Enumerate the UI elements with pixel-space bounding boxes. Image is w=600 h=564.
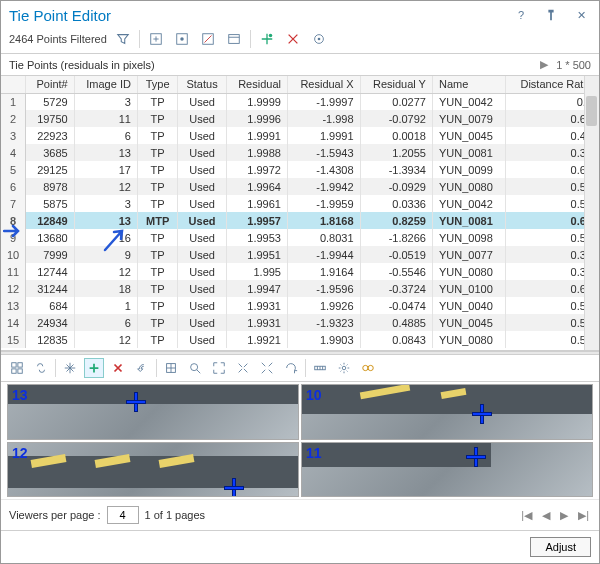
settings-icon[interactable] — [334, 358, 354, 378]
table-row[interactable]: 157293TPUsed1.9999-1.99970.0277YUN_00420… — [1, 93, 599, 110]
cell-name: YUN_0080 — [432, 263, 505, 280]
cell-status: Used — [178, 178, 226, 195]
row-number: 10 — [1, 246, 26, 263]
col-status[interactable]: Status — [178, 76, 226, 93]
tiepoint-marker[interactable] — [466, 447, 486, 467]
cell-residualy: 0.0843 — [360, 331, 432, 348]
grid-icon[interactable] — [7, 358, 27, 378]
col-residualx[interactable]: Residual X — [287, 76, 360, 93]
cell-residual: 1.9972 — [226, 161, 287, 178]
remove-point-icon[interactable] — [283, 29, 303, 49]
table-row[interactable]: 14249346TPUsed1.9931-1.93230.4885YUN_004… — [1, 314, 599, 331]
viewer-label: 10 — [306, 387, 322, 403]
cell-point: 12849 — [26, 212, 74, 229]
cell-type: TP — [137, 93, 177, 110]
cell-point: 8978 — [26, 178, 74, 195]
tool-icon-4[interactable] — [224, 29, 244, 49]
add-tiepoint-icon[interactable] — [84, 358, 104, 378]
row-number: 4 — [1, 144, 26, 161]
col-residual[interactable]: Residual — [226, 76, 287, 93]
cell-status: Used — [178, 212, 226, 229]
cell-residualx: 1.9991 — [287, 127, 360, 144]
svg-point-15 — [342, 366, 346, 370]
page-first-icon[interactable]: |◀ — [519, 509, 534, 522]
table-row[interactable]: 6897812TPUsed1.9964-1.9942-0.0929YUN_008… — [1, 178, 599, 195]
cell-imageid: 3 — [74, 195, 137, 212]
adjust-button[interactable]: Adjust — [530, 537, 591, 557]
table-row[interactable]: 3229236TPUsed1.99911.99910.0018YUN_00450… — [1, 127, 599, 144]
table-row[interactable]: 111274412TPUsed1.9951.9164-0.5546YUN_008… — [1, 263, 599, 280]
vertical-scrollbar[interactable] — [584, 76, 599, 350]
table-row[interactable]: 1079999TPUsed1.9951-1.9944-0.0519YUN_007… — [1, 246, 599, 263]
page-next-icon[interactable]: ▶ — [558, 509, 570, 522]
effects-icon[interactable] — [358, 358, 378, 378]
cell-residualy: -0.3724 — [360, 280, 432, 297]
cell-point: 5729 — [26, 93, 74, 110]
filter-count-label: 2464 Points Filtered — [9, 33, 107, 45]
page-prev-icon[interactable]: ◀ — [540, 509, 552, 522]
link-views-icon[interactable] — [31, 358, 51, 378]
image-viewer[interactable]: 11 — [301, 442, 593, 498]
tiepoint-marker[interactable] — [472, 404, 492, 424]
zoom-out-icon[interactable] — [257, 358, 277, 378]
cell-residualx: -1.9323 — [287, 314, 360, 331]
cell-imageid: 9 — [74, 246, 137, 263]
tool-icon-1[interactable] — [146, 29, 166, 49]
autohide-icon[interactable] — [541, 5, 561, 25]
cell-residualy: -0.0792 — [360, 110, 432, 127]
row-number: 15 — [1, 331, 26, 348]
cell-residual: 1.9921 — [226, 331, 287, 348]
col-residualy[interactable]: Residual Y — [360, 76, 432, 93]
image-viewer[interactable]: 12 — [7, 442, 299, 498]
cell-type: TP — [137, 144, 177, 161]
zoom-fit-icon[interactable] — [161, 358, 181, 378]
row-number: 5 — [1, 161, 26, 178]
image-viewer[interactable]: 13 — [7, 384, 299, 440]
close-icon[interactable]: ✕ — [571, 5, 591, 25]
table-row[interactable]: 91368016TPUsed1.99530.8031-1.8266YUN_009… — [1, 229, 599, 246]
cell-point: 5875 — [26, 195, 74, 212]
col-imageid[interactable]: Image ID — [74, 76, 137, 93]
tie-points-table[interactable]: Point# Image ID Type Status Residual Res… — [1, 75, 599, 351]
delete-tiepoint-icon[interactable] — [108, 358, 128, 378]
refresh-icon[interactable] — [281, 358, 301, 378]
cell-type: TP — [137, 110, 177, 127]
table-row[interactable]: 21975011TPUsed1.9996-1.998-0.0792YUN_007… — [1, 110, 599, 127]
pan-icon[interactable] — [60, 358, 80, 378]
cell-residualy: 0.4885 — [360, 314, 432, 331]
zoom-full-icon[interactable] — [209, 358, 229, 378]
add-point-icon[interactable] — [257, 29, 277, 49]
tiepoint-marker[interactable] — [126, 392, 146, 412]
page-next-icon[interactable]: ▶ — [538, 58, 550, 71]
col-point[interactable]: Point# — [26, 76, 74, 93]
viewer-label: 12 — [12, 445, 28, 461]
tool-icon-3[interactable] — [198, 29, 218, 49]
table-row[interactable]: 136841TPUsed1.99311.9926-0.0474YUN_00400… — [1, 297, 599, 314]
cell-name: YUN_0045 — [432, 314, 505, 331]
col-type[interactable]: Type — [137, 76, 177, 93]
select-point-icon[interactable] — [309, 29, 329, 49]
cell-residual: 1.9931 — [226, 314, 287, 331]
viewers-per-page-input[interactable] — [107, 506, 139, 524]
measure-icon[interactable] — [310, 358, 330, 378]
svg-rect-11 — [18, 369, 22, 373]
table-row[interactable]: 123124418TPUsed1.9947-1.9596-0.3724YUN_0… — [1, 280, 599, 297]
table-row[interactable]: 4368513TPUsed1.9988-1.59431.2055YUN_0081… — [1, 144, 599, 161]
help-icon[interactable]: ? — [511, 5, 531, 25]
image-viewer[interactable]: 10 — [301, 384, 593, 440]
table-row[interactable]: 758753TPUsed1.9961-1.99590.0336YUN_00420… — [1, 195, 599, 212]
col-name[interactable]: Name — [432, 76, 505, 93]
undo-icon[interactable] — [132, 358, 152, 378]
zoom-in-icon[interactable] — [233, 358, 253, 378]
tiepoint-marker[interactable] — [224, 478, 244, 497]
table-row[interactable]: 52912517TPUsed1.9972-1.4308-1.3934YUN_00… — [1, 161, 599, 178]
cell-type: TP — [137, 280, 177, 297]
cell-name: YUN_0080 — [432, 331, 505, 348]
page-last-icon[interactable]: ▶| — [576, 509, 591, 522]
filter-icon[interactable] — [113, 29, 133, 49]
table-row[interactable]: 151283512TPUsed1.99211.99030.0843YUN_008… — [1, 331, 599, 348]
tool-icon-2[interactable] — [172, 29, 192, 49]
cell-residualx: -1.9596 — [287, 280, 360, 297]
zoom-sel-icon[interactable] — [185, 358, 205, 378]
table-row[interactable]: 81284913MTPUsed1.99571.81680.8259YUN_008… — [1, 212, 599, 229]
